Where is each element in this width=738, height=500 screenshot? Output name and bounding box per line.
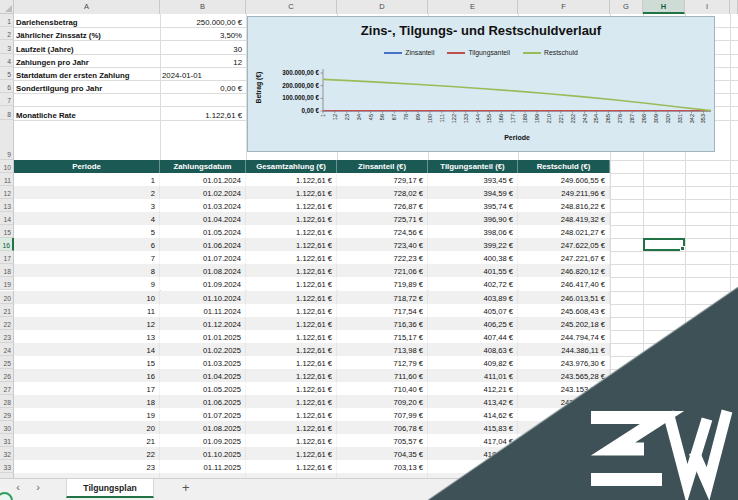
row-header-1[interactable]: 1	[0, 14, 14, 27]
table-cell[interactable]: 9	[14, 277, 160, 290]
table-cell[interactable]: 11	[14, 304, 160, 317]
table-cell[interactable]: 729,17 €	[337, 173, 428, 186]
table-cell[interactable]: 241.909,20 €	[518, 421, 610, 434]
table-cell[interactable]: 13	[14, 330, 160, 343]
table-cell[interactable]: 243.976,30 €	[518, 356, 610, 369]
table-cell[interactable]: 711,60 €	[337, 369, 428, 382]
table-cell[interactable]: 01.01.2025	[160, 330, 246, 343]
add-sheet-button[interactable]: +	[182, 480, 190, 495]
row-header-20[interactable]: 20	[0, 291, 14, 304]
table-cell[interactable]: 01.01.2024	[160, 173, 246, 186]
table-cell[interactable]: 16	[14, 369, 160, 382]
table-cell[interactable]: 246.013,51 €	[518, 291, 610, 304]
table-header-cell[interactable]: Tilgungsanteil (€)	[428, 160, 518, 173]
cell-A3-label[interactable]: Laufzeit (Jahre)	[16, 40, 74, 54]
row-header-19[interactable]: 19	[0, 277, 14, 290]
row-header-14[interactable]: 14	[0, 212, 14, 225]
row-header-32[interactable]: 32	[0, 447, 14, 460]
table-cell[interactable]: 400,38 €	[428, 251, 518, 264]
table-cell[interactable]: 703,13 €	[337, 460, 428, 473]
table-cell[interactable]: 246.820,12 €	[518, 264, 610, 277]
table-cell[interactable]: 709,20 €	[337, 395, 428, 408]
table-cell[interactable]: 1.122,61 €	[246, 408, 337, 421]
row-header-13[interactable]: 13	[0, 199, 14, 212]
table-cell[interactable]: 407,44 €	[428, 330, 518, 343]
row-header-11[interactable]: 11	[0, 173, 14, 186]
table-cell[interactable]: 1	[14, 173, 160, 186]
column-header-B[interactable]: B	[160, 0, 246, 14]
table-cell[interactable]: 406,25 €	[428, 317, 518, 330]
table-cell[interactable]: 248.816,22 €	[518, 199, 610, 212]
sheet-tab-tilgungsplan[interactable]: Tilgungsplan	[66, 479, 154, 498]
row-header-15[interactable]: 15	[0, 225, 14, 238]
cell-A5-label[interactable]: Startdatum der ersten Zahlung	[16, 67, 130, 81]
table-cell[interactable]: 20	[14, 421, 160, 434]
table-cell[interactable]: 704,35 €	[337, 447, 428, 460]
table-cell[interactable]: 01.04.2025	[160, 369, 246, 382]
table-cell[interactable]: 405,07 €	[428, 304, 518, 317]
row-header-31[interactable]: 31	[0, 434, 14, 447]
table-cell[interactable]: 415,83 €	[428, 421, 518, 434]
table-cell[interactable]: 728,02 €	[337, 186, 428, 199]
table-cell[interactable]: 01.07.2025	[160, 408, 246, 421]
table-cell[interactable]: 395,74 €	[428, 199, 518, 212]
table-cell[interactable]: 417,04 €	[428, 434, 518, 447]
table-header-cell[interactable]: Periode	[14, 160, 160, 173]
table-cell[interactable]: 5	[14, 225, 160, 238]
table-cell[interactable]: 721,06 €	[337, 264, 428, 277]
table-cell[interactable]: 722,23 €	[337, 251, 428, 264]
table-cell[interactable]: 01.02.2024	[160, 186, 246, 199]
table-cell[interactable]: 402,72 €	[428, 277, 518, 290]
table-cell[interactable]: 19	[14, 408, 160, 421]
table-cell[interactable]: 411,01 €	[428, 369, 518, 382]
table-cell[interactable]: 01.10.2024	[160, 291, 246, 304]
select-all-corner[interactable]	[0, 0, 14, 14]
table-cell[interactable]: 242.325,03 €	[518, 408, 610, 421]
row-header-12[interactable]: 12	[0, 186, 14, 199]
table-header-cell[interactable]: Zinsanteil (€)	[337, 160, 428, 173]
table-cell[interactable]: 1.122,61 €	[246, 460, 337, 473]
table-cell[interactable]: 22	[14, 447, 160, 460]
table-cell[interactable]: 244.794,74 €	[518, 330, 610, 343]
table-header-cell[interactable]: Zahlungsdatum	[160, 160, 246, 173]
table-cell[interactable]: 401,55 €	[428, 264, 518, 277]
table-header-cell[interactable]: Restschuld (€)	[518, 160, 610, 173]
table-cell[interactable]: 1.122,61 €	[246, 251, 337, 264]
table-cell[interactable]: 248.419,32 €	[518, 212, 610, 225]
table-cell[interactable]: 1.122,61 €	[246, 291, 337, 304]
table-cell[interactable]: 1.122,61 €	[246, 330, 337, 343]
table-cell[interactable]: 1.122,61 €	[246, 304, 337, 317]
row-header-3[interactable]: 3	[0, 40, 14, 53]
row-header-6[interactable]: 6	[0, 80, 14, 93]
table-cell[interactable]: 248.021,27 €	[518, 225, 610, 238]
table-cell[interactable]: 1.122,61 €	[246, 212, 337, 225]
table-cell[interactable]: 419,48 €	[428, 460, 518, 473]
row-header-4[interactable]: 4	[0, 54, 14, 67]
table-cell[interactable]: 10	[14, 291, 160, 304]
table-cell[interactable]: 418,26 €	[428, 447, 518, 460]
table-cell[interactable]: 715,17 €	[337, 330, 428, 343]
table-cell[interactable]: 01.06.2025	[160, 395, 246, 408]
cell-B8-value[interactable]: 1.122,61 €	[160, 106, 242, 120]
table-cell[interactable]: 1.122,61 €	[246, 173, 337, 186]
table-cell[interactable]: 1.122,61 €	[246, 238, 337, 251]
table-header-cell[interactable]: Gesamtzahlung (€)	[246, 160, 337, 173]
table-cell[interactable]: 414,62 €	[428, 408, 518, 421]
table-cell[interactable]: 1.122,61 €	[246, 317, 337, 330]
cell-B2-value[interactable]: 3,50%	[160, 27, 242, 41]
table-cell[interactable]: 01.03.2024	[160, 199, 246, 212]
table-cell[interactable]: 1.122,61 €	[246, 186, 337, 199]
cell-B3-value[interactable]: 30	[160, 40, 242, 54]
table-cell[interactable]: 7	[14, 251, 160, 264]
table-cell[interactable]: 705,57 €	[337, 434, 428, 447]
table-cell[interactable]: 413,42 €	[428, 395, 518, 408]
table-cell[interactable]: 01.09.2025	[160, 434, 246, 447]
table-cell[interactable]: 23	[14, 460, 160, 473]
table-cell[interactable]: 409,82 €	[428, 356, 518, 369]
table-cell[interactable]: 4	[14, 212, 160, 225]
row-header-7[interactable]: 7	[0, 93, 14, 106]
table-cell[interactable]: 399,22 €	[428, 238, 518, 251]
amortization-chart[interactable]: Zins-, Tilgungs- und Restschuldverlauf Z…	[247, 16, 715, 152]
table-cell[interactable]: 408,63 €	[428, 343, 518, 356]
table-cell[interactable]: 246.417,40 €	[518, 277, 610, 290]
